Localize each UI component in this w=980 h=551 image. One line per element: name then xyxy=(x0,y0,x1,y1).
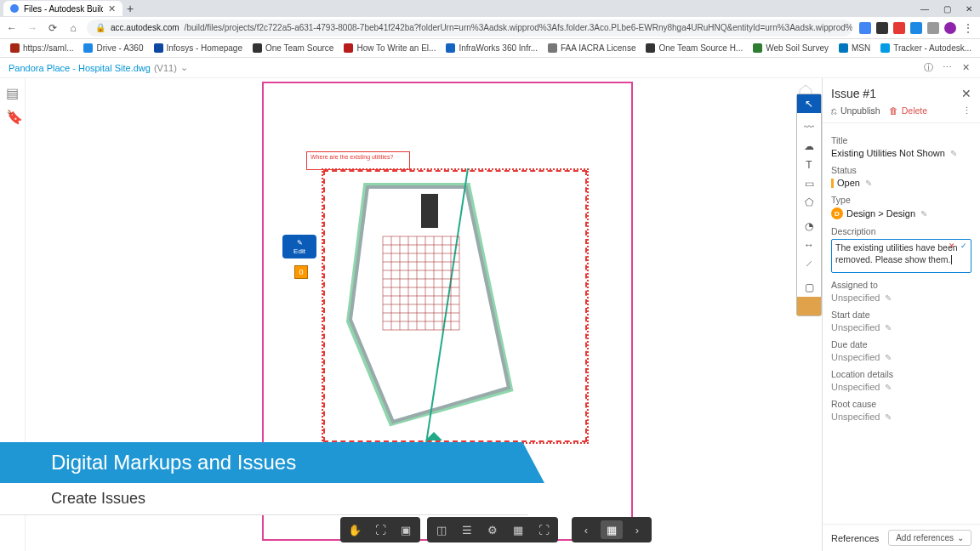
edit-icon[interactable]: ✎ xyxy=(950,149,957,158)
bookmark-item[interactable]: One Team Source H... xyxy=(642,43,746,53)
cancel-edit-button[interactable]: ✕ xyxy=(947,241,957,252)
banner-subtitle: Create Issues xyxy=(0,483,544,515)
close-panel-button[interactable]: ✕ xyxy=(961,87,971,100)
site-plan-drawing xyxy=(340,168,595,449)
version-dropdown-icon[interactable]: ⌄ xyxy=(180,62,188,73)
next-sheet-button[interactable]: › xyxy=(626,520,648,539)
extension-icon[interactable] xyxy=(910,22,922,34)
url-input[interactable]: 🔒 acc.autodesk.com /build/files/projects… xyxy=(87,20,852,37)
edit-markup-button[interactable]: ✎ Edit xyxy=(282,235,316,258)
cloud-tool[interactable]: ☁ xyxy=(797,137,821,156)
due-date-value[interactable]: Unspecified✎ xyxy=(831,352,971,362)
measure-tool[interactable]: ↔ xyxy=(797,236,821,254)
location-value[interactable]: Unspecified✎ xyxy=(831,382,971,392)
more-icon[interactable]: ⋯ xyxy=(941,62,953,74)
nav-reload-button[interactable]: ⟳ xyxy=(46,21,60,35)
title-value[interactable]: Existing Utilities Not Shown✎ xyxy=(831,148,971,158)
assigned-label: Assigned to xyxy=(831,280,971,290)
bookmark-item[interactable]: Infosys - Homepage xyxy=(151,43,247,53)
grid-view-button[interactable]: ▦ xyxy=(601,520,623,539)
new-tab-button[interactable]: + xyxy=(122,1,138,16)
window-maximize-button[interactable]: ▢ xyxy=(936,0,958,17)
issue-pin-marker[interactable]: 0 xyxy=(294,265,308,279)
browser-menu-button[interactable]: ⋮ xyxy=(961,21,975,35)
bookmark-icon[interactable]: 🔖 xyxy=(6,109,20,122)
svg-rect-20 xyxy=(421,194,438,228)
type-value[interactable]: D Design > Design✎ xyxy=(831,207,971,219)
svg-rect-1 xyxy=(383,236,459,330)
nav-home-button[interactable]: ⌂ xyxy=(66,21,80,35)
issue-pin-tool[interactable]: ◔ xyxy=(797,217,821,236)
location-label: Location details xyxy=(831,369,971,379)
edit-icon[interactable]: ✎ xyxy=(885,412,892,422)
sheets-icon[interactable]: ▤ xyxy=(6,85,20,99)
references-label: References xyxy=(831,533,879,543)
layers-button[interactable]: ☰ xyxy=(456,520,478,539)
start-date-value[interactable]: Unspecified✎ xyxy=(831,322,971,332)
bookmark-item[interactable]: https://saml... xyxy=(7,43,77,53)
bookmark-item[interactable]: FAA IACRA License xyxy=(544,43,639,53)
edit-icon[interactable]: ✎ xyxy=(885,323,892,332)
bookmark-item[interactable]: Tracker - Autodesk... xyxy=(877,43,975,53)
close-viewer-button[interactable]: ✕ xyxy=(960,62,971,74)
delete-button[interactable]: 🗑 Delete xyxy=(889,105,927,116)
issue-more-menu[interactable]: ⋮ xyxy=(962,105,971,116)
window-minimize-button[interactable]: — xyxy=(914,0,936,17)
breadcrumb-file[interactable]: Pandora Place - Hospital Site.dwg xyxy=(9,63,151,73)
bookmark-item[interactable]: MSN xyxy=(835,43,874,53)
profile-avatar[interactable] xyxy=(944,22,956,34)
browser-tab[interactable]: Files - Autodesk Build ✕ xyxy=(3,1,122,16)
edit-icon[interactable]: ✎ xyxy=(885,383,892,392)
unpublish-button[interactable]: ⎌ Unpublish xyxy=(831,105,880,116)
nav-back-button[interactable]: ← xyxy=(5,21,19,35)
color-swatch[interactable] xyxy=(797,297,821,315)
text-cursor xyxy=(951,255,952,264)
info-icon[interactable]: ⓘ xyxy=(922,62,934,74)
markup-annotation[interactable]: Where are the existing utilities? xyxy=(306,151,410,170)
rectangle-tool[interactable]: ▭ xyxy=(797,174,821,193)
zoom-window-tool[interactable]: ⛶ xyxy=(369,520,391,539)
bookmark-item[interactable]: Web Soil Survey xyxy=(749,43,832,53)
issue-body[interactable]: Title Existing Utilities Not Shown✎ Stat… xyxy=(823,123,980,524)
nav-forward-button[interactable]: → xyxy=(26,21,39,35)
view-toolbar-right: ‹ ▦ › xyxy=(572,517,652,542)
bookmark-item[interactable]: InfraWorks 360 Infr... xyxy=(442,43,541,53)
description-textarea[interactable]: The existing utilities have been removed… xyxy=(831,239,971,273)
text-tool[interactable]: T xyxy=(797,156,821,174)
properties-button[interactable]: ▦ xyxy=(507,520,529,539)
freehand-tool[interactable]: 〰 xyxy=(797,118,821,137)
polyline-tool[interactable]: ⬠ xyxy=(797,193,821,212)
select-tool[interactable]: ↖ xyxy=(797,94,821,113)
window-close-button[interactable]: ✕ xyxy=(958,0,980,17)
dimension-tool[interactable]: ⟋ xyxy=(797,254,821,273)
type-label: Type xyxy=(831,195,971,205)
extension-icon[interactable] xyxy=(876,22,888,34)
zoom-fit-tool[interactable]: ▣ xyxy=(395,520,417,539)
bookmark-item[interactable]: Drive - A360 xyxy=(80,43,146,53)
bookmark-item[interactable]: One Team Source xyxy=(249,43,337,53)
edit-icon[interactable]: ✎ xyxy=(920,209,927,219)
address-bar: ← → ⟳ ⌂ 🔒 acc.autodesk.com /build/files/… xyxy=(0,17,980,39)
pan-tool[interactable]: ✋ xyxy=(344,520,366,539)
settings-button[interactable]: ⚙ xyxy=(481,520,504,539)
fullscreen-button[interactable]: ⛶ xyxy=(533,520,555,539)
prev-sheet-button[interactable]: ‹ xyxy=(575,520,597,539)
stroke-tool[interactable]: ▢ xyxy=(797,278,821,297)
lock-icon: 🔒 xyxy=(95,23,105,32)
extension-icon[interactable] xyxy=(927,22,939,34)
model-browser-button[interactable]: ◫ xyxy=(430,520,453,539)
new-indicator-icon[interactable] xyxy=(859,22,871,34)
bookmark-item[interactable]: How To Write an El... xyxy=(340,43,439,53)
close-tab-icon[interactable]: ✕ xyxy=(108,3,116,14)
root-cause-label: Root cause xyxy=(831,399,971,409)
root-cause-value[interactable]: Unspecified✎ xyxy=(831,412,971,422)
edit-icon[interactable]: ✎ xyxy=(885,353,892,362)
extension-icon[interactable] xyxy=(893,22,905,34)
assigned-value[interactable]: Unspecified✎ xyxy=(831,293,971,303)
status-value[interactable]: Open✎ xyxy=(831,178,971,188)
edit-icon[interactable]: ✎ xyxy=(865,179,872,188)
add-references-button[interactable]: Add references ⌄ xyxy=(888,530,971,546)
edit-icon[interactable]: ✎ xyxy=(885,293,892,303)
view-toolbar-center: ◫ ☰ ⚙ ▦ ⛶ xyxy=(427,517,558,542)
confirm-edit-button[interactable]: ✓ xyxy=(959,241,969,252)
